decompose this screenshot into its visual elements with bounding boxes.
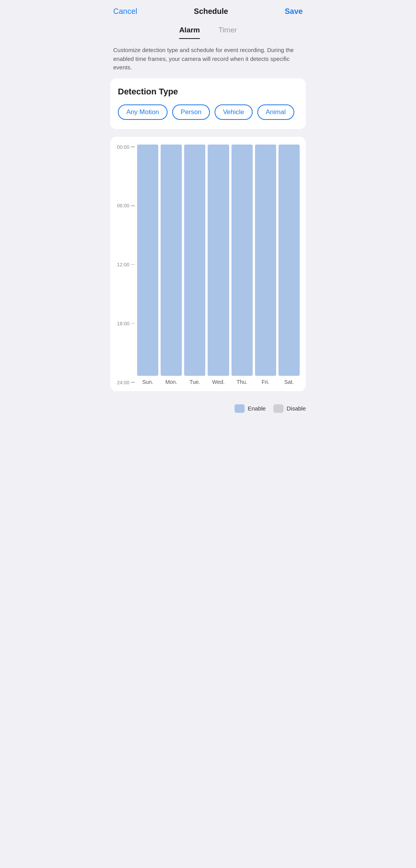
legend-disable-box [273,404,283,413]
day-bar-thu[interactable] [231,145,253,376]
day-bar-wed[interactable] [208,145,229,376]
day-label-thu: Thu. [237,379,247,385]
detection-type-title: Detection Type [118,87,298,97]
detection-type-card: Detection Type Any Motion Person Vehicle… [110,78,306,129]
tab-timer[interactable]: Timer [218,26,237,39]
legend-enable-box [235,404,245,413]
time-label-0000: 00:00 [116,145,135,150]
detection-btn-animal[interactable]: Animal [257,104,294,120]
day-bar-mon[interactable] [161,145,182,376]
legend-enable-label: Enable [248,405,266,412]
time-label-1200: 12:00 [116,262,135,267]
time-label-1800: 18:00 [116,321,135,326]
description-text: Customize detection type and schedule fo… [104,39,312,78]
day-bar-sun[interactable] [137,145,158,376]
day-label-sun: Sun. [142,379,153,385]
day-column-fri[interactable]: Fri. [255,145,276,385]
day-column-tue[interactable]: Tue. [184,145,205,385]
save-button[interactable]: Save [285,7,303,16]
legend-disable-label: Disable [287,405,306,412]
legend-disable: Disable [273,404,306,413]
detection-buttons-group: Any Motion Person Vehicle Animal [118,104,298,120]
day-column-wed[interactable]: Wed. [208,145,229,385]
header: Cancel Schedule Save [104,0,312,21]
legend-enable: Enable [235,404,266,413]
day-bar-sat[interactable] [278,145,300,376]
day-column-thu[interactable]: Thu. [231,145,253,385]
day-column-sun[interactable]: Sun. [137,145,158,385]
schedule-chart-card: 00:00 06:00 12:00 18:00 24:00 Sun. Mon. … [110,137,306,391]
day-label-sat: Sat. [284,379,294,385]
tab-alarm[interactable]: Alarm [179,26,200,39]
day-bar-tue[interactable] [184,145,205,376]
tab-bar: Alarm Timer [104,21,312,39]
day-label-tue: Tue. [190,379,200,385]
day-bar-fri[interactable] [255,145,276,376]
page-title: Schedule [194,7,228,16]
day-label-fri: Fri. [262,379,269,385]
detection-btn-person[interactable]: Person [172,104,210,120]
cancel-button[interactable]: Cancel [113,7,137,16]
day-label-wed: Wed. [212,379,225,385]
legend: Enable Disable [104,399,312,414]
detection-btn-any-motion[interactable]: Any Motion [118,104,168,120]
time-label-0600: 06:00 [116,203,135,208]
time-label-2400: 24:00 [116,380,135,385]
bars-container: Sun. Mon. Tue. Wed. Thu. Fri. [137,145,300,385]
detection-btn-vehicle[interactable]: Vehicle [215,104,253,120]
time-labels: 00:00 06:00 12:00 18:00 24:00 [116,145,135,385]
chart-container: 00:00 06:00 12:00 18:00 24:00 Sun. Mon. … [116,145,300,385]
day-label-mon: Mon. [165,379,177,385]
day-column-sat[interactable]: Sat. [278,145,300,385]
day-column-mon[interactable]: Mon. [161,145,182,385]
